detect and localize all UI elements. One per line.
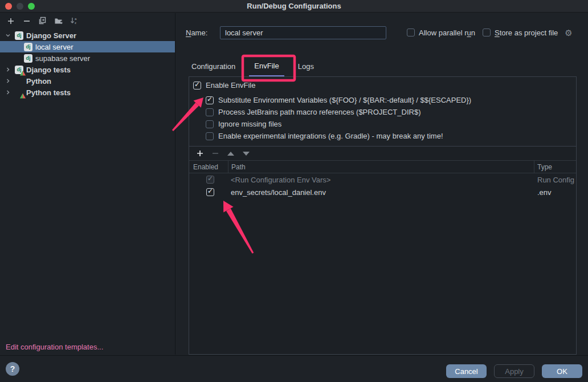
row-enabled-checkbox[interactable]: [206, 188, 214, 196]
django-config-icon: dj: [24, 43, 32, 51]
enable-envfile-option: Enable EnvFile: [193, 79, 576, 91]
add-env-file-icon[interactable]: [195, 149, 204, 158]
row-enabled-cell: [189, 188, 228, 196]
move-down-icon[interactable]: [242, 149, 250, 158]
tab-envfile[interactable]: EnvFile: [249, 56, 284, 77]
config-tabs: Configuration EnvFile Logs: [191, 56, 328, 77]
env-files-toolbar: [189, 147, 576, 161]
django-config-icon: dj: [15, 31, 23, 40]
tree-item-label: Django Server: [26, 31, 76, 40]
experimental-integrations-checkbox[interactable]: [206, 132, 214, 140]
tree-item-local-server[interactable]: dj local server: [0, 41, 175, 52]
tree-item-label: local server: [35, 43, 73, 51]
allow-parallel-run-option: Allow parallel run: [407, 29, 475, 37]
django-config-icon: dj: [24, 54, 32, 63]
configurations-tree: dj Django Server dj local server dj supa…: [0, 30, 175, 98]
zoom-window-button[interactable]: [28, 3, 35, 10]
window-title: Run/Debug Configurations: [247, 2, 341, 10]
sort-configurations-icon[interactable]: az: [70, 16, 79, 26]
tree-item-label: Python: [26, 77, 51, 86]
ignore-missing-files-label: Ignore missing files: [218, 120, 281, 128]
substitute-env-vars-option: Substitute Environment Variables (${FOO}…: [206, 94, 576, 106]
tree-item-label: supabase server: [35, 54, 90, 63]
store-as-project-file-label: Store as project file: [495, 29, 558, 37]
tree-item-python-tests[interactable]: Python tests: [0, 87, 175, 98]
run-debug-configurations-dialog: Run/Debug Configurations az: [0, 0, 588, 382]
row-enabled-checkbox: [206, 176, 214, 184]
tab-configuration[interactable]: Configuration: [191, 56, 235, 77]
row-type-cell: Run Config: [534, 176, 576, 184]
remove-configuration-icon[interactable]: [22, 16, 31, 26]
experimental-integrations-option: Enable experimental integrations (e.g. G…: [206, 130, 576, 142]
tree-item-label: Python tests: [26, 88, 71, 97]
add-configuration-icon[interactable]: [6, 16, 15, 26]
table-row[interactable]: <Run Configuration Env Vars> Run Config: [189, 173, 576, 186]
envfile-panel: Enable EnvFile Substitute Environment Va…: [189, 76, 577, 355]
tab-logs[interactable]: Logs: [298, 56, 314, 77]
minimize-window-button: [17, 3, 23, 10]
allow-parallel-run-label: Allow parallel run: [419, 29, 475, 37]
allow-parallel-run-checkbox[interactable]: [407, 29, 415, 36]
name-row: Name: Allow parallel run Store as projec…: [186, 26, 581, 39]
row-type-cell: .env: [534, 188, 576, 197]
copy-configuration-icon[interactable]: [38, 16, 47, 26]
tree-item-supabase-server[interactable]: dj supabase server: [0, 52, 175, 64]
sidebar-toolbar: az: [0, 13, 175, 29]
substitute-env-vars-checkbox[interactable]: [206, 96, 214, 104]
chevron-right-icon[interactable]: [3, 66, 12, 74]
chevron-down-icon[interactable]: [3, 31, 12, 40]
row-path-cell: env_secrets/local_daniel.env: [228, 188, 534, 197]
store-as-project-file-option: Store as project file ⚙: [483, 29, 573, 37]
window-controls: [5, 3, 35, 10]
django-tests-icon: dj: [15, 66, 23, 74]
chevron-right-icon[interactable]: [3, 88, 12, 97]
svg-text:z: z: [75, 21, 76, 25]
move-up-icon[interactable]: [226, 149, 235, 158]
column-header-enabled: Enabled: [189, 163, 228, 171]
close-window-button[interactable]: [5, 3, 12, 10]
cancel-button[interactable]: Cancel: [446, 364, 487, 378]
tree-item-label: Django tests: [26, 66, 71, 74]
edit-configuration-templates-link[interactable]: Edit configuration templates...: [6, 343, 103, 351]
help-button[interactable]: ?: [6, 362, 19, 376]
svg-text:a: a: [75, 17, 77, 21]
new-folder-icon[interactable]: [54, 16, 63, 26]
process-path-macro-label: Process JetBrains path macro references …: [218, 108, 420, 116]
column-header-path: Path: [228, 163, 534, 171]
enable-envfile-label: Enable EnvFile: [206, 81, 255, 90]
process-path-macro-option: Process JetBrains path macro references …: [206, 106, 576, 118]
tree-item-django-server[interactable]: dj Django Server: [0, 30, 175, 41]
configurations-sidebar: az dj Django Server dj local server dj s…: [0, 13, 175, 355]
process-path-macro-checkbox[interactable]: [206, 108, 214, 116]
env-files-table: Enabled Path Type <Run Configuration Env…: [189, 146, 576, 354]
table-header: Enabled Path Type: [189, 161, 576, 173]
store-as-project-file-checkbox[interactable]: [483, 29, 491, 36]
configuration-editor: Name: Allow parallel run Store as projec…: [176, 13, 588, 355]
gear-icon[interactable]: ⚙: [565, 29, 572, 37]
table-row[interactable]: env_secrets/local_daniel.env .env: [189, 186, 576, 198]
experimental-integrations-label: Enable experimental integrations (e.g. G…: [218, 132, 443, 140]
ok-button[interactable]: OK: [542, 364, 582, 378]
remove-env-file-icon[interactable]: [211, 149, 219, 158]
ignore-missing-files-checkbox[interactable]: [206, 120, 214, 128]
column-header-type: Type: [534, 163, 576, 171]
dialog-footer: ? Cancel Apply OK: [0, 355, 588, 382]
row-enabled-cell: [189, 176, 228, 184]
tree-item-django-tests[interactable]: dj Django tests: [0, 64, 175, 75]
apply-button[interactable]: Apply: [494, 364, 534, 378]
chevron-right-icon[interactable]: [3, 77, 12, 86]
name-label: Name:: [186, 29, 220, 37]
footer-buttons: Cancel Apply OK: [446, 364, 582, 378]
envfile-options: Enable EnvFile Substitute Environment Va…: [189, 77, 576, 142]
python-config-icon: [15, 77, 23, 86]
name-input[interactable]: [220, 26, 386, 39]
tree-item-python[interactable]: Python: [0, 75, 175, 87]
substitute-env-vars-label: Substitute Environment Variables (${FOO}…: [218, 96, 471, 104]
enable-envfile-checkbox[interactable]: [193, 82, 201, 90]
row-path-cell: <Run Configuration Env Vars>: [228, 176, 534, 184]
ignore-missing-files-option: Ignore missing files: [206, 118, 576, 130]
python-tests-icon: [15, 88, 23, 97]
title-bar: Run/Debug Configurations: [0, 0, 588, 13]
